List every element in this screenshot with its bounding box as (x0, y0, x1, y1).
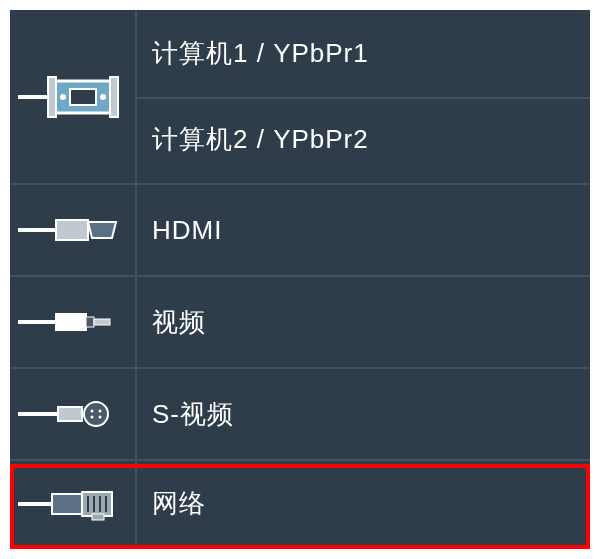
svg-marker-9 (88, 222, 116, 238)
vga-connector-icon (10, 10, 135, 183)
svg-rect-15 (58, 407, 82, 421)
svg-rect-28 (92, 514, 104, 520)
source-item-computer2[interactable]: 计算机2 / YPbPr2 (152, 97, 590, 184)
svg-rect-11 (56, 314, 86, 330)
source-row-video[interactable]: 视频 (10, 277, 590, 369)
svg-point-17 (91, 410, 94, 413)
source-row-hdmi[interactable]: HDMI (10, 185, 590, 277)
svg-rect-23 (82, 492, 112, 516)
svg-point-16 (84, 402, 108, 426)
svg-rect-6 (70, 89, 96, 105)
svg-rect-8 (56, 220, 88, 240)
svg-rect-3 (110, 77, 118, 117)
source-label-svideo: S-视频 (152, 397, 590, 432)
svg-point-20 (99, 416, 102, 419)
svg-point-5 (100, 94, 106, 100)
ethernet-connector-icon (10, 461, 135, 546)
svideo-connector-icon (10, 369, 135, 459)
source-row-network[interactable]: 网络 (10, 461, 590, 546)
svg-rect-22 (52, 494, 82, 514)
svg-rect-2 (48, 77, 56, 117)
svg-point-18 (99, 410, 102, 413)
svg-rect-13 (94, 319, 110, 325)
source-label-network: 网络 (152, 486, 590, 521)
svg-rect-12 (86, 317, 94, 327)
rca-connector-icon (10, 277, 135, 367)
svg-point-4 (60, 94, 66, 100)
svg-point-19 (91, 416, 94, 419)
hdmi-connector-icon (10, 185, 135, 275)
source-row-svideo[interactable]: S-视频 (10, 369, 590, 461)
input-source-panel: 计算机1 / YPbPr1 计算机2 / YPbPr2 HDMI (10, 10, 590, 549)
divider (135, 97, 590, 99)
source-label-video: 视频 (152, 305, 590, 340)
source-item-computer1[interactable]: 计算机1 / YPbPr1 (152, 10, 590, 97)
source-label-hdmi: HDMI (152, 215, 590, 246)
source-row-computer: 计算机1 / YPbPr1 计算机2 / YPbPr2 (10, 10, 590, 185)
